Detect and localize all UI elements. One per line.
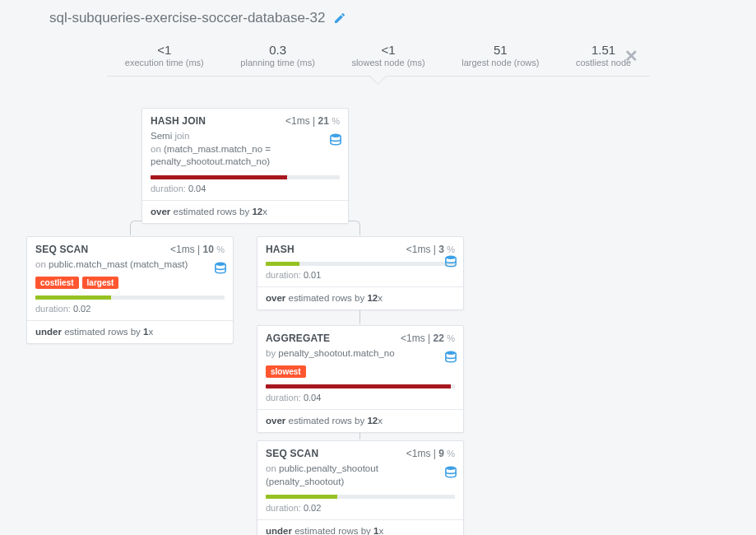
cost-bar: [151, 175, 340, 179]
tag-largest: largest: [82, 277, 119, 289]
estimate-text: under estimated rows by 1x: [35, 321, 225, 337]
node-title: AGGREGATE: [266, 333, 330, 344]
duration-label: duration: 0.04: [266, 393, 455, 402]
svg-point-4: [446, 466, 456, 470]
node-title: SEQ SCAN: [35, 244, 88, 255]
stat-slowest-node: <1 slowest node (ms): [351, 43, 424, 67]
node-hash[interactable]: HASH <1ms | 3 % duration: 0.01 over esti…: [257, 236, 464, 310]
svg-point-3: [446, 351, 456, 355]
page-title: sql-subqueries-exercise-soccer-database-…: [49, 10, 325, 26]
cost-bar: [35, 295, 225, 300]
database-icon: [445, 255, 457, 268]
node-title: HASH: [266, 244, 295, 255]
close-icon[interactable]: ✕: [624, 46, 638, 66]
database-icon: [445, 351, 457, 364]
node-seq-scan-penalty-shootout[interactable]: SEQ SCAN <1ms | 9 % on public.penalty_sh…: [257, 440, 464, 535]
node-description: on public.match_mast (match_mast): [35, 258, 225, 272]
node-aggregate[interactable]: AGGREGATE <1ms | 22 % by penalty_shootou…: [257, 325, 464, 433]
duration-label: duration: 0.02: [35, 304, 225, 314]
node-title: HASH JOIN: [151, 115, 206, 127]
node-description: on public.penalty_shootout (penalty_shoo…: [266, 463, 455, 488]
connector: [359, 309, 360, 324]
estimate-text: over estimated rows by 12x: [151, 201, 340, 216]
tag-costliest: costliest: [35, 277, 79, 289]
estimate-text: over estimated rows by 12x: [266, 287, 455, 303]
cost-bar: [266, 495, 455, 499]
node-tags: slowest: [266, 365, 455, 378]
stat-planning-time: 0.3 planning time (ms): [240, 43, 314, 67]
node-title: SEQ SCAN: [266, 448, 318, 459]
svg-point-2: [446, 255, 456, 259]
database-icon: [330, 133, 341, 147]
estimate-text: over estimated rows by 12x: [266, 410, 455, 426]
database-icon: [445, 466, 457, 479]
duration-label: duration: 0.01: [266, 270, 455, 280]
node-description: by penalty_shootout.match_no: [266, 347, 455, 361]
database-icon: [215, 262, 226, 275]
node-metrics: <1ms | 9 %: [406, 448, 455, 459]
node-seq-scan-match-mast[interactable]: SEQ SCAN <1ms | 10 % on public.match_mas…: [26, 236, 234, 344]
edit-icon[interactable]: [333, 12, 346, 25]
svg-point-0: [331, 133, 341, 137]
node-metrics: <1ms | 3 %: [406, 244, 455, 255]
node-tags: costliest largest: [35, 277, 225, 289]
estimate-text: under estimated rows by 1x: [266, 520, 455, 535]
stats-bar: <1 execution time (ms) 0.3 planning time…: [107, 38, 650, 77]
stat-exec-time: <1 execution time (ms): [125, 43, 204, 67]
stat-costliest-node: 1.51 costliest node: [576, 43, 631, 67]
node-metrics: <1ms | 22 %: [401, 333, 455, 344]
tag-slowest: slowest: [266, 365, 306, 378]
node-metrics: <1ms | 10 %: [170, 244, 225, 255]
node-description: Semi join on (match_mast.match_no = pena…: [151, 130, 340, 169]
node-metrics: <1ms | 21 %: [285, 115, 340, 127]
cost-bar: [266, 262, 455, 266]
duration-label: duration: 0.04: [151, 184, 340, 193]
duration-label: duration: 0.02: [266, 503, 455, 513]
stat-largest-node: 51 largest node (rows): [461, 43, 539, 67]
node-hash-join[interactable]: HASH JOIN <1ms | 21 % Semi join on (matc…: [141, 108, 349, 224]
svg-point-1: [216, 262, 225, 266]
cost-bar: [266, 384, 455, 388]
